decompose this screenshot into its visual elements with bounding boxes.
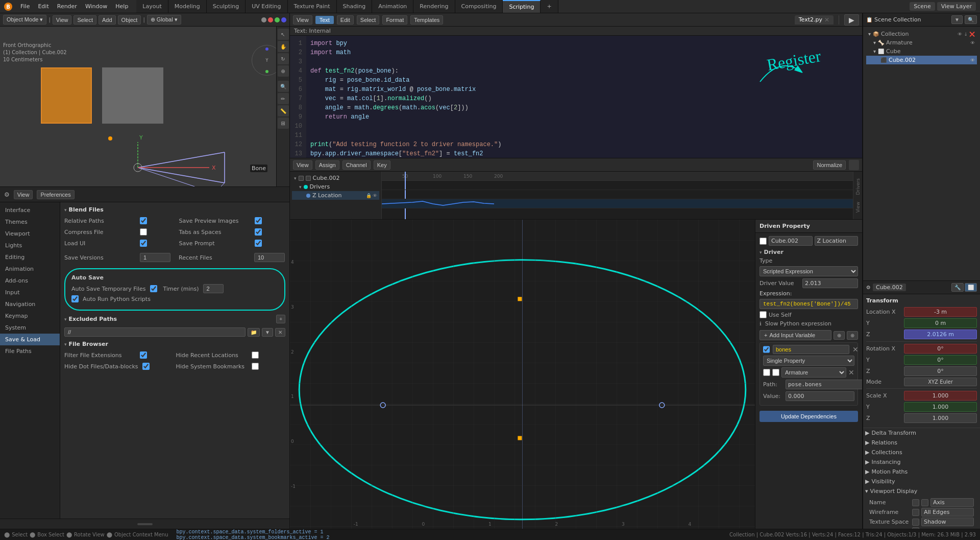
- pref-item-addons[interactable]: Add-ons: [0, 275, 60, 287]
- path-val-input[interactable]: [786, 380, 862, 389]
- scale-tool[interactable]: ⊕: [278, 65, 289, 77]
- viewport-select-btn[interactable]: Select: [74, 15, 96, 25]
- delta-transform-header[interactable]: ▶ Delta Transform: [863, 428, 980, 438]
- viewport-view-btn[interactable]: View: [53, 15, 72, 25]
- cursor-tool[interactable]: ↖: [278, 29, 289, 40]
- tab-uv-editing[interactable]: UV Editing: [246, 0, 287, 13]
- vd-name-dot1[interactable]: [912, 499, 919, 506]
- tabs-spaces-checkbox[interactable]: [255, 228, 262, 236]
- path-input[interactable]: [64, 327, 246, 337]
- vd-wireframe-dot[interactable]: [912, 509, 919, 516]
- eye-icon[interactable]: 👁: [373, 193, 377, 198]
- var-armature-select[interactable]: Armature: [781, 367, 846, 378]
- viewport-canvas[interactable]: Front Orthographic (1) Collection | Cube…: [0, 27, 289, 186]
- pref-item-navigation[interactable]: Navigation: [0, 298, 60, 310]
- visibility-header[interactable]: ▶ Visibility: [863, 477, 980, 486]
- var-enabled-checkbox[interactable]: [763, 346, 770, 353]
- props-object-btn[interactable]: ⬜: [965, 283, 977, 292]
- script-edit-btn[interactable]: Edit: [337, 15, 354, 25]
- tab-sculpting[interactable]: Sculpting: [207, 0, 246, 13]
- vd-wireframe-val[interactable]: All Edges: [921, 508, 974, 516]
- menu-file[interactable]: File: [16, 0, 34, 13]
- move-tool[interactable]: ✋: [278, 41, 289, 52]
- search-tool[interactable]: 🔍: [278, 81, 289, 92]
- pref-item-system[interactable]: System: [0, 322, 60, 334]
- props-scene-btn[interactable]: 🔧: [951, 283, 964, 292]
- driven-obj-checkbox[interactable]: [760, 238, 767, 245]
- scale-z-field[interactable]: 1.000: [904, 413, 977, 423]
- menu-help[interactable]: Help: [111, 0, 132, 13]
- instancing-header[interactable]: ▶ Instancing: [863, 457, 980, 467]
- menu-edit[interactable]: Edit: [34, 0, 53, 13]
- hide-recent-checkbox[interactable]: [252, 351, 259, 359]
- outliner-item-armature[interactable]: ▾ 🦴 Armature 👁: [866, 38, 977, 47]
- pref-item-interface[interactable]: Interface: [0, 204, 60, 216]
- script-select-btn[interactable]: Select: [357, 15, 380, 25]
- tl-assign-btn[interactable]: Assign: [315, 160, 339, 170]
- armature-view-icon[interactable]: 👁: [970, 40, 975, 45]
- vd-texture-dot[interactable]: [912, 519, 919, 526]
- viewport-object-btn[interactable]: Object: [118, 15, 141, 25]
- cube002-view-icon[interactable]: 👁: [970, 58, 975, 63]
- tab-compositing[interactable]: Compositing: [455, 0, 503, 13]
- pref-item-file-paths[interactable]: File Paths: [0, 345, 60, 357]
- collection-hide-icon[interactable]: ❌: [969, 32, 975, 37]
- tl-channel-btn[interactable]: Channel: [342, 160, 371, 170]
- lock-icon[interactable]: 🔒: [366, 193, 372, 198]
- location-x-field[interactable]: -3 m: [904, 307, 977, 317]
- outliner-item-collection[interactable]: ▾ 📦 Collection 👁 ↓ ❌: [866, 30, 977, 38]
- var-prop-checkbox[interactable]: [763, 369, 770, 376]
- collection-view-icon[interactable]: 👁: [958, 32, 962, 37]
- rotation-x-field[interactable]: 0°: [904, 344, 977, 354]
- auto-save-temp-checkbox[interactable]: [150, 285, 157, 292]
- code-area[interactable]: 123456789101112131415 import bpy import …: [290, 36, 862, 158]
- tab-layout[interactable]: Layout: [136, 0, 168, 13]
- pref-item-lights[interactable]: Lights: [0, 240, 60, 251]
- vd-texture-val[interactable]: Shadow: [921, 518, 974, 526]
- transform-global-btn[interactable]: ⊕ Global ▾: [147, 15, 181, 25]
- tab-modeling[interactable]: Modeling: [168, 0, 207, 13]
- expression-input[interactable]: [760, 299, 858, 309]
- pref-item-viewport[interactable]: Viewport: [0, 228, 60, 240]
- tab-scripting[interactable]: Scripting: [503, 0, 541, 13]
- tl-view-btn[interactable]: View: [293, 160, 312, 170]
- scene-selector[interactable]: Scene: [910, 2, 935, 11]
- scale-x-field[interactable]: 1.000: [904, 391, 977, 401]
- var-close-btn[interactable]: ✕: [852, 346, 859, 353]
- save-prompt-checkbox[interactable]: [255, 240, 262, 247]
- tree-item-drivers[interactable]: ▾ Drivers: [292, 182, 379, 191]
- viewport-mode-btn[interactable]: Object Mode ▾: [3, 15, 46, 25]
- add-path-btn[interactable]: +: [276, 315, 285, 323]
- collection-select-icon[interactable]: ↓: [964, 32, 968, 37]
- filter-ext-checkbox[interactable]: [140, 351, 147, 359]
- compress-checkbox[interactable]: [140, 228, 147, 236]
- outliner-search-btn[interactable]: 🔍: [965, 15, 977, 24]
- recent-files-input[interactable]: [254, 253, 285, 262]
- viewport-display-header[interactable]: ▾ Viewport Display: [863, 486, 980, 496]
- tree-item-cube002[interactable]: ▾ Cube.002: [292, 174, 379, 182]
- viewport-add-btn[interactable]: Add: [99, 15, 116, 25]
- tab-texture-paint[interactable]: Texture Paint: [288, 0, 337, 13]
- run-script-btn[interactable]: ▶: [844, 14, 859, 26]
- save-versions-input[interactable]: [140, 253, 170, 262]
- outliner-filter-btn[interactable]: ▼: [951, 15, 963, 24]
- tab-add[interactable]: +: [541, 0, 558, 13]
- var-name-input[interactable]: [773, 345, 849, 354]
- save-preview-checkbox[interactable]: [255, 217, 262, 224]
- location-y-field[interactable]: 0 m: [904, 318, 977, 328]
- script-templates-btn[interactable]: Templates: [410, 15, 443, 25]
- var-armature-close-btn[interactable]: ✕: [848, 369, 854, 376]
- motion-paths-header[interactable]: ▶ Motion Paths: [863, 467, 980, 477]
- pref-preferences-btn[interactable]: Preferences: [37, 190, 74, 199]
- collections-header[interactable]: ▶ Collections: [863, 448, 980, 457]
- view-layer-selector[interactable]: View Layer: [937, 2, 976, 11]
- browse-path-btn[interactable]: 📁: [248, 328, 260, 337]
- pref-item-editing[interactable]: Editing: [0, 251, 60, 263]
- menu-window[interactable]: Window: [81, 0, 111, 13]
- remove-path-btn[interactable]: ✕: [275, 328, 285, 337]
- script-text-btn[interactable]: Text: [315, 16, 334, 24]
- tab-animation[interactable]: Animation: [372, 0, 413, 13]
- driver-type-select[interactable]: Scripted Expression: [760, 266, 858, 276]
- relative-paths-checkbox[interactable]: [140, 217, 147, 224]
- tab-shading[interactable]: Shading: [337, 0, 373, 13]
